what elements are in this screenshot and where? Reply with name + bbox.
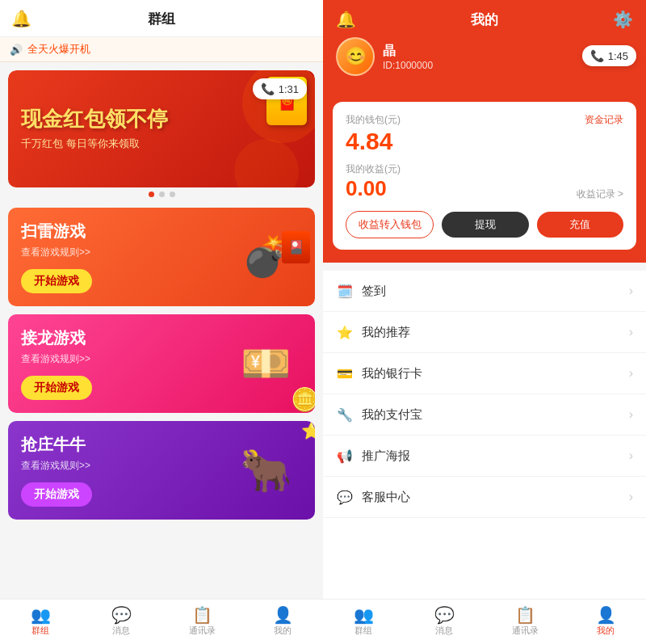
call-bubble-right: 📞 1:45 (582, 45, 636, 66)
left-scroll: 现金红包领不停 千万红包 每日等你来领取 🧧 📞 1:31 (0, 62, 323, 599)
notification-icon[interactable]: 🔔 (11, 9, 31, 28)
groups-icon-right: 👥 (354, 607, 374, 623)
menu-recommend[interactable]: ⭐ 我的推荐 › (323, 312, 646, 353)
alipay-icon: 🔧 (336, 406, 354, 423)
menu-bank[interactable]: 💳 我的银行卡 › (323, 353, 646, 394)
call-phone-icon: 📞 (261, 82, 275, 95)
wallet-right: 资金记录 (585, 113, 623, 127)
nav-messages-label-right: 消息 (435, 625, 453, 637)
right-title: 我的 (356, 11, 613, 29)
menu-poster[interactable]: 📢 推广海报 › (323, 436, 646, 477)
withdraw-button[interactable]: 提现 (442, 212, 528, 238)
menu-checkin[interactable]: 🗓️ 签到 › (323, 271, 646, 312)
profile-info: 晶 ID:1000000 (383, 43, 433, 71)
nav-groups-right[interactable]: 👥 群组 (323, 600, 404, 644)
service-arrow: › (629, 490, 633, 504)
call-icon-right: 📞 (590, 49, 604, 62)
poster-arrow: › (629, 448, 633, 463)
settings-icon[interactable]: ⚙️ (613, 10, 633, 29)
profile-id: ID:1000000 (383, 60, 433, 71)
bull-card[interactable]: 抢庄牛牛 查看游戏规则>> 开始游戏 🐂 ⭐ (8, 421, 315, 520)
nav-groups-left[interactable]: 👥 群组 (0, 600, 81, 644)
bull-title: 抢庄牛牛 (21, 434, 92, 456)
right-panel: 🔔 我的 ⚙️ 😊 晶 ID:1000000 📞 1:45 (323, 0, 646, 644)
fund-link[interactable]: 资金记录 (585, 113, 623, 127)
banner-subtitle: 千万红包 每日等你来领取 (21, 137, 302, 151)
nav-contacts-label-right: 通讯录 (512, 625, 539, 637)
bank-icon: 💳 (336, 364, 354, 382)
earnings-label: 我的收益(元) (346, 162, 401, 176)
left-title: 群组 (148, 11, 175, 27)
menu-service[interactable]: 💬 客服中心 › (323, 477, 646, 518)
bull-illustration: 🐂 ⭐ (229, 440, 302, 501)
nav-mine-left[interactable]: 👤 我的 (242, 600, 323, 644)
star-decoration: ⭐ (301, 421, 315, 440)
wallet-amount: 4.84 (346, 127, 401, 156)
recommend-label: 我的推荐 (362, 325, 621, 340)
bull-rules: 查看游戏规则>> (21, 459, 92, 473)
right-bottom-nav: 👥 群组 💬 消息 📋 通讯录 👤 我的 (323, 599, 646, 644)
nav-messages-right[interactable]: 💬 消息 (404, 600, 484, 644)
checkin-arrow: › (629, 284, 633, 298)
mine-icon-right: 👤 (596, 607, 616, 623)
call-time-right: 1:45 (608, 50, 628, 62)
minesweeper-card[interactable]: 扫雷游戏 查看游戏规则>> 开始游戏 💣 🎴 (8, 208, 315, 306)
minesweeper-title: 扫雷游戏 (21, 221, 92, 242)
banner-wrapper: 现金红包领不停 千万红包 每日等你来领取 🧧 📞 1:31 (8, 70, 315, 200)
dragon-start-button[interactable]: 开始游戏 (21, 376, 92, 400)
bank-label: 我的银行卡 (362, 366, 621, 381)
dragon-illustration: 💴 🪙 (229, 334, 302, 394)
coin-icon: 🪙 (291, 386, 315, 413)
wallet-card: 我的钱包(元) 4.84 资金记录 我的收益(元) 0.00 收益记录 > 收益… (333, 102, 636, 250)
dot-3 (170, 192, 175, 197)
earnings-left: 我的收益(元) 0.00 (346, 162, 401, 201)
contacts-icon-left: 📋 (192, 607, 212, 623)
dragon-title: 接龙游戏 (21, 327, 92, 349)
right-header: 🔔 我的 ⚙️ (323, 0, 646, 37)
wallet-section: 😊 晶 ID:1000000 📞 1:45 我的钱包(元) 4.84 资 (323, 37, 646, 263)
wallet-label: 我的钱包(元) (346, 113, 401, 127)
nav-mine-label-right: 我的 (597, 625, 615, 637)
notification-icon-right[interactable]: 🔔 (336, 10, 356, 29)
wallet-top: 我的钱包(元) 4.84 资金记录 (346, 113, 623, 156)
transfer-button[interactable]: 收益转入钱包 (346, 211, 434, 238)
bull-left: 抢庄牛牛 查看游戏规则>> 开始游戏 (21, 434, 92, 507)
nav-mine-right[interactable]: 👤 我的 (565, 600, 646, 644)
minesweeper-left: 扫雷游戏 查看游戏规则>> 开始游戏 (21, 221, 92, 293)
minesweeper-illustration: 💣 🎴 (229, 227, 302, 288)
bull-icon: 🐂 (240, 446, 292, 495)
left-bottom-nav: 👥 群组 💬 消息 📋 通讯录 👤 我的 (0, 599, 323, 644)
minesweeper-start-button[interactable]: 开始游戏 (21, 269, 92, 293)
card-decoration: 🎴 (282, 231, 310, 263)
service-label: 客服中心 (362, 490, 621, 505)
alipay-label: 我的支付宝 (362, 407, 621, 423)
avatar: 😊 (336, 37, 375, 76)
menu-alipay[interactable]: 🔧 我的支付宝 › (323, 394, 646, 436)
recharge-button[interactable]: 充值 (537, 212, 623, 238)
nav-groups-label-right: 群组 (354, 625, 372, 637)
nav-mine-label-left: 我的 (274, 625, 292, 637)
call-bubble-left: 📞 1:31 (253, 78, 307, 99)
left-header: 🔔 群组 (0, 0, 323, 37)
nav-contacts-left[interactable]: 📋 通讯录 (162, 600, 242, 644)
mine-icon-left: 👤 (273, 607, 293, 623)
wallet-actions: 收益转入钱包 提现 充值 (346, 211, 623, 238)
dragon-left: 接龙游戏 查看游戏规则>> 开始游戏 (21, 327, 92, 400)
messages-icon-right: 💬 (434, 607, 455, 623)
nav-groups-label-left: 群组 (31, 625, 49, 637)
fire-bar-text: 全天火爆开机 (27, 42, 90, 57)
checkin-icon: 🗓️ (336, 282, 354, 300)
nav-contacts-label-left: 通讯录 (189, 625, 216, 637)
nav-messages-label-left: 消息 (112, 625, 130, 637)
nav-contacts-right[interactable]: 📋 通讯录 (484, 600, 565, 644)
earnings-record[interactable]: 收益记录 > (577, 187, 623, 201)
contacts-icon-right: 📋 (515, 607, 535, 623)
earnings-amount: 0.00 (346, 176, 401, 201)
bank-arrow: › (629, 366, 633, 381)
menu-list: 🗓️ 签到 › ⭐ 我的推荐 › 💳 我的银行卡 › 🔧 我的支付宝 › 📢 推… (323, 271, 646, 599)
dragon-card[interactable]: 接龙游戏 查看游戏规则>> 开始游戏 💴 🪙 (8, 314, 315, 413)
nav-messages-left[interactable]: 💬 消息 (81, 600, 162, 644)
wallet-left: 我的钱包(元) 4.84 (346, 113, 401, 156)
bull-start-button[interactable]: 开始游戏 (21, 482, 92, 507)
poster-icon: 📢 (336, 447, 354, 465)
